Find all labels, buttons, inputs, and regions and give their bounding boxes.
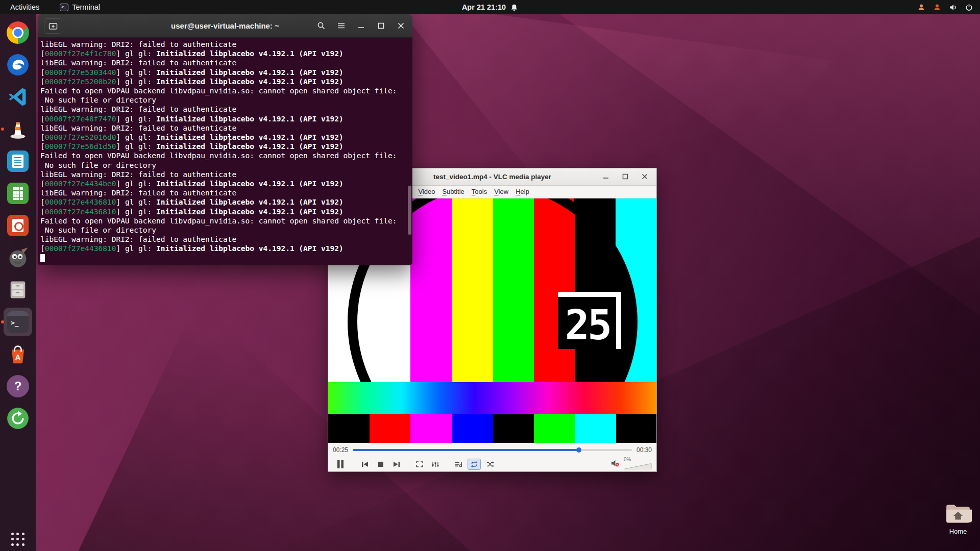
previous-button[interactable] <box>358 459 372 470</box>
dock-item-calc[interactable] <box>4 179 32 208</box>
terminal-line: [00007f27e5303440] gl gl: Initialized li… <box>40 68 412 77</box>
speaker-icon <box>949 4 958 11</box>
menu-button[interactable] <box>335 20 347 32</box>
seek-bar[interactable] <box>353 449 632 451</box>
app-menu-label: Terminal <box>72 3 100 11</box>
vlc-window-title: test_video1.mp4 - VLC media player <box>433 173 551 181</box>
dock-item-files[interactable] <box>4 276 32 304</box>
vlc-controls: 0% <box>328 457 656 471</box>
terminal-window: user@user-virtual-machine: ~ <box>38 14 412 265</box>
thunderbird-icon <box>7 54 29 76</box>
dock-item-help[interactable]: ? <box>4 372 32 400</box>
vlc-maximize-button[interactable] <box>620 171 631 182</box>
system-tray[interactable] <box>917 3 973 11</box>
terminal-line: Failed to open VDPAU backend libvdpau_nv… <box>40 216 412 226</box>
terminal-line: libEGL warning: DRI2: failed to authenti… <box>40 40 412 49</box>
app-menu-button[interactable]: >_ Terminal <box>60 3 100 11</box>
terminal-line: Failed to open VDPAU backend libvdpau_nv… <box>40 86 412 95</box>
menu-subtitle[interactable]: Subtitle <box>438 188 468 195</box>
dock-item-software[interactable]: A <box>4 340 32 368</box>
clock-button[interactable]: Apr 21 21:10 <box>462 3 518 11</box>
extended-settings-button[interactable] <box>429 459 442 470</box>
dock-item-updater[interactable] <box>4 404 32 433</box>
terminal-line: [00007f27e4f1c780] gl gl: Initialized li… <box>40 49 412 58</box>
close-button[interactable] <box>395 20 406 32</box>
dock-item-writer[interactable] <box>4 147 32 176</box>
home-folder-icon <box>944 502 972 524</box>
vscode-icon <box>7 86 29 108</box>
fullscreen-button[interactable] <box>413 459 426 470</box>
next-button[interactable] <box>390 459 403 470</box>
vlc-close-button[interactable] <box>639 171 650 182</box>
vlc-icon <box>7 118 29 140</box>
bell-icon <box>510 4 518 11</box>
terminal-window-title: user@user-virtual-machine: ~ <box>171 21 279 30</box>
updater-icon <box>7 407 29 430</box>
dock: >_A? <box>0 14 36 551</box>
user-indicator-icon <box>933 3 941 11</box>
terminal-line: libEGL warning: DRI2: failed to authenti… <box>40 170 412 179</box>
terminal-line: [00007f27e4436810] gl gl: Initialized li… <box>40 207 412 216</box>
software-icon: A <box>7 343 29 365</box>
volume-slider[interactable] <box>623 463 652 471</box>
seek-fill <box>353 449 579 451</box>
calc-icon <box>7 183 29 204</box>
new-tab-button[interactable] <box>44 18 62 34</box>
menu-video[interactable]: Video <box>414 188 438 195</box>
terminal-line <box>40 254 412 263</box>
running-indicator <box>1 128 4 131</box>
shuffle-button[interactable] <box>483 459 497 470</box>
search-button[interactable] <box>315 20 327 32</box>
terminal-line: libEGL warning: DRI2: failed to authenti… <box>40 235 412 244</box>
dock-item-terminal[interactable]: >_ <box>4 308 32 336</box>
dock-item-vlc[interactable] <box>4 115 32 143</box>
terminal-titlebar[interactable]: user@user-virtual-machine: ~ <box>38 14 412 38</box>
maximize-button[interactable] <box>375 20 386 32</box>
user-indicator-icon <box>917 3 925 11</box>
playlist-button[interactable] <box>452 459 465 470</box>
video-bottom-bars <box>328 414 656 443</box>
loop-button[interactable] <box>468 459 481 470</box>
terminal-line: No such file or directory <box>40 226 412 235</box>
terminal-line: [00007f27e4434be0] gl gl: Initialized li… <box>40 179 412 188</box>
dock-item-impress[interactable] <box>4 211 32 240</box>
text-cursor-pointer <box>227 136 232 145</box>
menu-view[interactable]: View <box>491 188 512 195</box>
show-applications-button[interactable] <box>11 533 24 546</box>
home-folder-label: Home <box>942 528 974 535</box>
terminal-line: [00007f27e48f7470] gl gl: Initialized li… <box>40 114 412 123</box>
terminal-block-cursor <box>40 254 45 262</box>
time-total: 00:30 <box>636 446 652 454</box>
terminal-line: libEGL warning: DRI2: failed to authenti… <box>40 58 412 67</box>
terminal-line: No such file or directory <box>40 95 412 105</box>
terminal-output: libEGL warning: DRI2: failed to authenti… <box>38 38 412 265</box>
terminal-line: libEGL warning: DRI2: failed to authenti… <box>40 105 412 114</box>
desktop-home-folder[interactable]: Home <box>942 502 974 535</box>
help-icon: ? <box>7 375 29 397</box>
search-icon <box>317 21 326 30</box>
activities-button[interactable]: Activities <box>7 3 42 11</box>
terminal-line: [00007f27e5200b20] gl gl: Initialized li… <box>40 77 412 86</box>
hamburger-icon <box>337 22 345 29</box>
stop-button[interactable] <box>374 459 387 470</box>
seek-handle[interactable] <box>576 447 581 453</box>
time-elapsed: 00:25 <box>333 446 348 454</box>
menu-help[interactable]: Help <box>512 188 533 195</box>
terminal-line: Failed to open VDPAU backend libvdpau_nv… <box>40 151 412 160</box>
mute-icon[interactable] <box>610 459 620 469</box>
chrome-icon <box>7 21 29 44</box>
dock-item-gimp[interactable] <box>4 243 32 272</box>
terminal-scrollbar-thumb[interactable] <box>408 186 411 235</box>
vlc-minimize-button[interactable] <box>600 171 611 182</box>
terminal-line: libEGL warning: DRI2: failed to authenti… <box>40 188 412 197</box>
minimize-button[interactable] <box>355 20 366 32</box>
menu-tools[interactable]: Tools <box>468 188 491 195</box>
pause-button[interactable] <box>332 459 349 470</box>
terminal-line: [00007f27e4436810] gl gl: Initialized li… <box>40 244 412 253</box>
dock-item-vscode[interactable] <box>4 83 32 111</box>
terminal-line: libEGL warning: DRI2: failed to authenti… <box>40 123 412 133</box>
clock-label: Apr 21 21:10 <box>462 3 506 11</box>
terminal-line: No such file or directory <box>40 161 412 170</box>
dock-item-chrome[interactable] <box>4 18 32 47</box>
dock-item-thunderbird[interactable] <box>4 51 32 79</box>
